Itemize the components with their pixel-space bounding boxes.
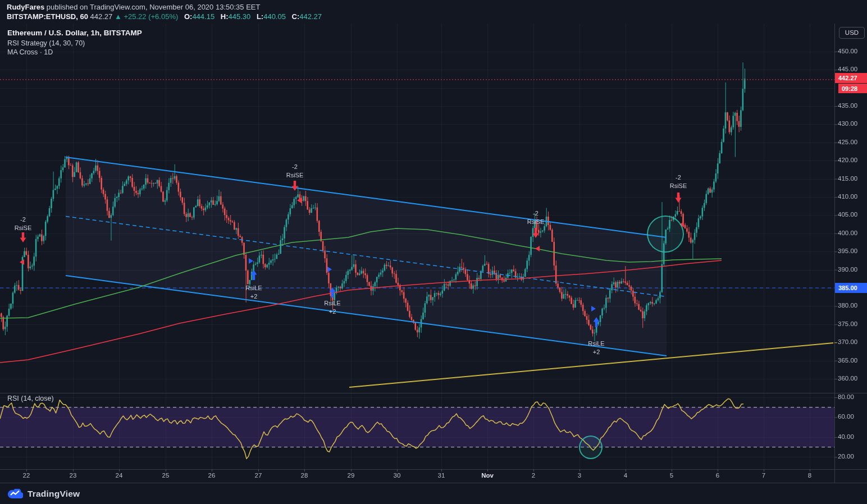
chart-canvas[interactable]	[0, 0, 867, 504]
